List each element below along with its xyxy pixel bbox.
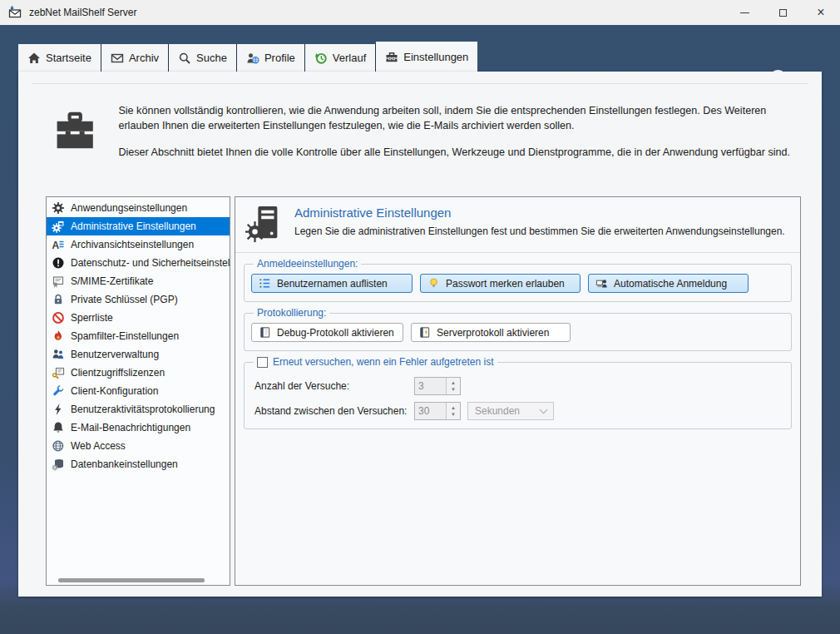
sidebar-item-application-settings[interactable]: Anwendungseinstellungen bbox=[47, 199, 230, 217]
sidebar-item-archive-view-settings[interactable]: A Archivansichtseinstellungen bbox=[47, 235, 230, 254]
retry-interval-unit-select[interactable]: Sekunden bbox=[467, 402, 554, 420]
users-icon bbox=[52, 348, 65, 361]
retry-interval-value: 30 bbox=[415, 403, 446, 419]
license-key-icon bbox=[52, 366, 65, 379]
minimize-button[interactable] bbox=[725, 0, 763, 25]
sidebar-item-database-settings[interactable]: Datenbankeinstellungen bbox=[47, 455, 230, 473]
retry-count-value: 3 bbox=[415, 378, 446, 394]
tab-profile[interactable]: Profile bbox=[237, 44, 305, 72]
sidebar-item-spam-filter[interactable]: Spamfilter-Einstellungen bbox=[47, 327, 230, 345]
sidebar-item-label: Sperrliste bbox=[71, 312, 113, 324]
tab-label: Startseite bbox=[46, 52, 91, 64]
tab-einstellungen[interactable]: Einstellungen bbox=[376, 42, 477, 72]
sidebar-item-client-access-licenses[interactable]: Clientzugriffslizenzen bbox=[47, 364, 230, 382]
tab-label: Verlauf bbox=[333, 52, 366, 64]
list-usernames-toggle[interactable]: Benutzernamen auflisten bbox=[251, 274, 413, 293]
retry-checkbox[interactable] bbox=[257, 357, 268, 368]
retry-count-spinner[interactable]: 3 ▲▼ bbox=[414, 377, 461, 395]
tab-suche[interactable]: Suche bbox=[169, 44, 237, 72]
archive-view-icon: A bbox=[52, 238, 65, 251]
server-gear-icon bbox=[245, 204, 284, 244]
bell-icon bbox=[52, 421, 65, 434]
tab-label: Archiv bbox=[129, 52, 159, 64]
sidebar-item-label: Administrative Einstellungen bbox=[71, 220, 196, 232]
sidebar-item-pgp-keys[interactable]: Private Schlüssel (PGP) bbox=[47, 290, 230, 309]
pane-divider bbox=[235, 252, 800, 253]
settings-category-list: Anwendungseinstellungen Administrative E… bbox=[46, 196, 230, 586]
spin-up-icon[interactable]: ▲ bbox=[451, 380, 456, 385]
sidebar-item-email-notifications[interactable]: E-Mail-Benachrichtigungen bbox=[47, 419, 230, 437]
window-frame: Startseite Archiv Suche Profile Verlauf … bbox=[0, 25, 840, 634]
svg-text:A: A bbox=[52, 240, 60, 251]
maximize-button[interactable] bbox=[763, 0, 802, 25]
block-icon bbox=[52, 311, 65, 324]
tab-archiv[interactable]: Archiv bbox=[101, 44, 169, 72]
intro-paragraph-1: Sie können vollständig kontrollieren, wi… bbox=[118, 104, 798, 134]
sidebar-item-privacy-security[interactable]: Datenschutz- und Sicherheitseinstellunge… bbox=[47, 254, 230, 272]
sidebar-item-label: Benutzerverwaltung bbox=[71, 349, 159, 360]
sidebar-item-label: E-Mail-Benachrichtigungen bbox=[71, 422, 190, 433]
sidebar-item-label: Archivansichtseinstellungen bbox=[71, 239, 194, 250]
enable-server-log-toggle[interactable]: Serverprotokoll aktivieren bbox=[411, 323, 571, 342]
maximize-icon bbox=[779, 9, 787, 17]
retry-interval-spinner[interactable]: 30 ▲▼ bbox=[414, 402, 461, 420]
sidebar-item-user-management[interactable]: Benutzerverwaltung bbox=[47, 345, 230, 364]
chevron-down-icon bbox=[540, 406, 548, 414]
toggle-label: Benutzernamen auflisten bbox=[277, 278, 388, 290]
sidebar-item-client-configuration[interactable]: Client-Konfiguration bbox=[47, 382, 230, 400]
lightning-icon bbox=[52, 403, 65, 416]
sidebar-item-blocklist[interactable]: Sperrliste bbox=[47, 309, 230, 327]
toolbox-icon bbox=[385, 50, 398, 63]
sidebar-item-label: Web Access bbox=[71, 440, 126, 452]
title-bar: zebNet MailShelf Server × bbox=[0, 0, 840, 25]
tab-verlauf[interactable]: Verlauf bbox=[305, 44, 376, 72]
sidebar-item-label: Benutzeraktivitätsprotokollierung bbox=[71, 404, 215, 415]
wrench-icon bbox=[52, 384, 65, 398]
group-login-legend: Anmeldeeinstellungen: bbox=[254, 258, 361, 270]
toggle-label: Debug-Protokoll aktivieren bbox=[277, 327, 394, 339]
administrative-settings-pane: Administrative Einstellungen Legen Sie d… bbox=[235, 196, 801, 586]
sidebar-item-administrative-settings[interactable]: Administrative Einstellungen bbox=[47, 217, 230, 235]
sidebar-item-web-access[interactable]: Web Access bbox=[47, 437, 230, 455]
gear-icon bbox=[52, 201, 65, 215]
sidebar-item-smime-certificates[interactable]: S/MIME-Zertifikate bbox=[47, 272, 230, 290]
history-icon bbox=[314, 52, 328, 65]
tab-label: Profile bbox=[264, 52, 295, 64]
automatic-login-toggle[interactable]: Automatische Anmeldung bbox=[588, 274, 749, 293]
retry-interval-label: Abstand zwischen den Versuchen: bbox=[254, 405, 414, 417]
enable-debug-log-toggle[interactable]: Debug-Protokoll aktivieren bbox=[251, 323, 403, 342]
spin-up-icon[interactable]: ▲ bbox=[451, 405, 456, 410]
globe-icon bbox=[52, 439, 65, 453]
sidebar-item-label: Datenschutz- und Sicherheitseinstellunge… bbox=[71, 257, 230, 269]
briefcase-icon bbox=[54, 97, 96, 167]
sidebar-item-user-activity-logging[interactable]: Benutzeraktivitätsprotokollierung bbox=[47, 400, 230, 419]
toggle-label: Automatische Anmeldung bbox=[614, 278, 727, 290]
close-button[interactable]: × bbox=[802, 0, 840, 25]
pane-subtitle: Legen Sie die administrativen Einstellun… bbox=[294, 225, 785, 237]
admin-gear-icon bbox=[52, 220, 65, 233]
privacy-warning-icon bbox=[52, 256, 65, 270]
flame-icon bbox=[52, 329, 65, 343]
tab-strip: Startseite Archiv Suche Profile Verlauf … bbox=[0, 25, 840, 72]
sidebar-item-label: Anwendungseinstellungen bbox=[71, 202, 187, 214]
remember-password-toggle[interactable]: Passwort merken erlauben bbox=[420, 274, 581, 293]
app-mail-icon bbox=[7, 5, 22, 20]
spin-down-icon[interactable]: ▼ bbox=[451, 387, 456, 392]
sidebar-item-label: Private Schlüssel (PGP) bbox=[71, 294, 178, 305]
spin-down-icon[interactable]: ▼ bbox=[451, 412, 456, 417]
lightbulb-icon bbox=[427, 277, 440, 290]
retry-count-label: Anzahl der Versuche: bbox=[254, 380, 414, 392]
certificate-icon bbox=[52, 275, 65, 288]
profile-globe-icon bbox=[246, 52, 259, 65]
sidebar-item-label: Spamfilter-Einstellungen bbox=[71, 330, 179, 342]
tab-startseite[interactable]: Startseite bbox=[18, 44, 101, 72]
retry-interval-unit-value: Sekunden bbox=[475, 405, 520, 417]
sidebar-horizontal-scrollbar[interactable] bbox=[58, 578, 205, 582]
tab-label: Suche bbox=[196, 52, 227, 64]
intro-section: Sie können vollständig kontrollieren, wi… bbox=[54, 97, 798, 167]
settings-panel: Sie können vollständig kontrollieren, wi… bbox=[18, 72, 822, 597]
close-icon: × bbox=[817, 6, 824, 19]
app-window: zebNet MailShelf Server × Startseite Arc… bbox=[0, 0, 840, 634]
home-icon bbox=[27, 52, 41, 65]
debug-journal-icon bbox=[259, 326, 271, 339]
